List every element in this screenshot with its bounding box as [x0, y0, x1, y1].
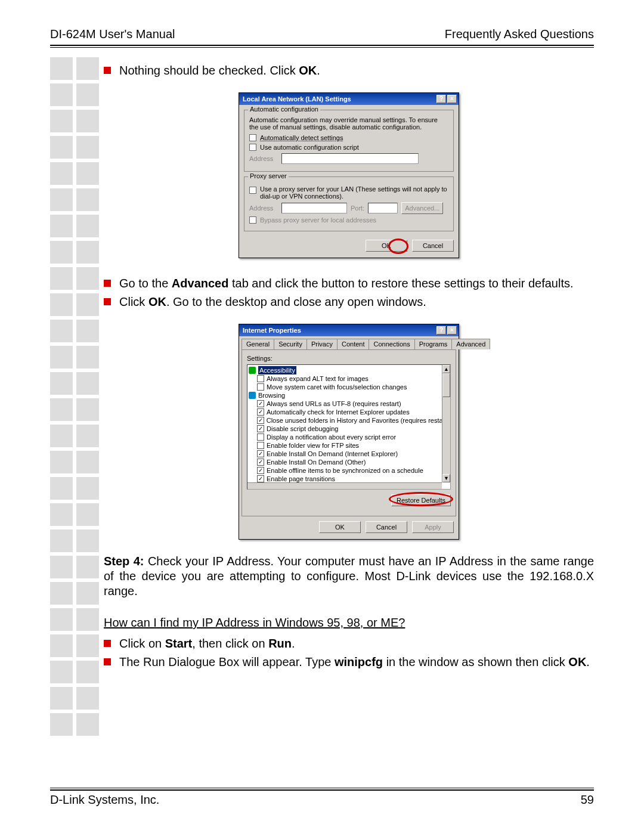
tab-content[interactable]: Content: [337, 339, 370, 349]
scroll-thumb[interactable]: [442, 373, 450, 397]
cb-utf8[interactable]: [257, 400, 264, 407]
cb-alt[interactable]: [257, 375, 264, 382]
bullet-icon: [104, 67, 111, 74]
ip-ok-button[interactable]: OK: [319, 521, 361, 533]
auto-config-text: Automatic configuration may override man…: [249, 116, 448, 131]
ip-cancel-button[interactable]: Cancel: [366, 521, 407, 533]
tree-browsing: Browsing: [258, 391, 285, 400]
scroll-down-icon[interactable]: ▼: [442, 474, 450, 482]
page-header-block: DI-624M User's Manual Frequently Asked Q…: [50, 27, 594, 48]
advanced-tab-body: Settings: Accessibility Always expand AL…: [242, 349, 456, 516]
lan-ok-button[interactable]: OK: [366, 240, 407, 252]
lan-titlebar: Local Area Network (LAN) Settings ? ×: [239, 93, 459, 105]
ip-close-button[interactable]: ×: [447, 326, 457, 335]
auto-config-group: Automatic configuration Automatic config…: [244, 110, 454, 172]
cb-updates[interactable]: [257, 408, 264, 416]
auto-config-title: Automatic configuration: [248, 106, 320, 113]
bullet-icon: [104, 658, 111, 665]
step4-text: Step 4: Check your IP Address. Your comp…: [104, 554, 594, 599]
cb-install-other[interactable]: [257, 459, 264, 466]
decorative-squares: [50, 57, 99, 736]
internet-properties-dialog: Internet Properties ? × General Security…: [239, 324, 459, 540]
bullet-3: Click OK. Go to the desktop and close an…: [119, 295, 594, 309]
tree-closeunused: Close unused folders in History and Favo…: [267, 416, 449, 425]
tab-programs[interactable]: Programs: [414, 339, 453, 349]
proxy-port-input[interactable]: [368, 203, 398, 213]
tree-offline: Enable offline items to be synchronized …: [267, 466, 423, 475]
tree-folder-ftp: Enable folder view for FTP sites: [267, 441, 359, 450]
cb-disable-script[interactable]: [257, 425, 264, 432]
tree-alt: Always expand ALT text for images: [267, 374, 369, 383]
tab-advanced[interactable]: Advanced: [451, 339, 490, 349]
use-proxy-checkbox[interactable]: [249, 187, 256, 194]
tree-install-ie: Enable Install On Demand (Internet Explo…: [267, 450, 398, 458]
bypass-checkbox[interactable]: [249, 216, 256, 224]
auto-detect-checkbox[interactable]: [249, 134, 256, 141]
proxy-group: Proxy server Use a proxy server for your…: [244, 176, 454, 231]
proxy-title: Proxy server: [248, 172, 289, 179]
browsing-icon: [249, 392, 256, 399]
bullet-1: Nothing should be checked. Click OK.: [119, 63, 594, 78]
ip-tabs: General Security Privacy Content Connect…: [239, 336, 459, 349]
lan-title: Local Area Network (LAN) Settings: [243, 95, 351, 103]
settings-hscroll[interactable]: [247, 482, 442, 489]
bullet-winipcfg: The Run Dialogue Box will appear. Type w…: [119, 655, 594, 670]
cb-offline[interactable]: [257, 467, 264, 474]
subhead-ip-address: How can I find my IP Address in Windows …: [104, 615, 594, 630]
cb-page-trans[interactable]: [257, 475, 264, 482]
scroll-up-icon[interactable]: ▲: [442, 365, 450, 373]
tree-page-trans: Enable page transitions: [267, 475, 335, 483]
tree-utf8: Always send URLs as UTF-8 (requires rest…: [267, 400, 401, 408]
settings-label: Settings:: [247, 355, 451, 362]
tree-caret: Move system caret with focus/selection c…: [267, 383, 407, 391]
cb-folder-ftp[interactable]: [257, 442, 264, 449]
use-proxy-label: Use a proxy server for your LAN (These s…: [260, 185, 448, 200]
auto-script-label: Use automatic configuration script: [260, 144, 359, 151]
tab-general[interactable]: General: [242, 339, 274, 349]
auto-script-checkbox[interactable]: [249, 144, 256, 151]
bypass-label: Bypass proxy server for local addresses: [260, 216, 376, 224]
close-button[interactable]: ×: [447, 95, 457, 103]
auto-detect-label: Automatically detect settings: [260, 134, 343, 141]
tree-disable-script: Disable script debugging: [267, 425, 338, 433]
ip-help-button[interactable]: ?: [436, 326, 446, 335]
proxy-address-input[interactable]: [281, 203, 347, 213]
tab-privacy[interactable]: Privacy: [306, 339, 338, 349]
footer-left: D-Link Systems, Inc.: [50, 793, 159, 807]
page-footer-block: D-Link Systems, Inc. 59: [50, 786, 594, 807]
ip-titlebar: Internet Properties ? ×: [239, 324, 459, 336]
tab-security[interactable]: Security: [274, 339, 307, 349]
address-label-1: Address: [249, 155, 278, 162]
restore-defaults-button[interactable]: Restore Defaults: [391, 494, 451, 506]
port-label: Port:: [351, 205, 364, 212]
bullet-icon: [104, 298, 111, 305]
tree-install-other: Enable Install On Demand (Other): [267, 458, 366, 466]
advanced-button[interactable]: Advanced...: [401, 202, 443, 214]
cb-closeunused[interactable]: [257, 417, 264, 424]
tab-connections[interactable]: Connections: [369, 339, 414, 349]
accessibility-icon: [249, 367, 256, 374]
settings-list[interactable]: Accessibility Always expand ALT text for…: [247, 364, 451, 490]
lan-settings-dialog: Local Area Network (LAN) Settings ? × Au…: [239, 92, 459, 258]
settings-vscroll[interactable]: ▲ ▼: [442, 365, 450, 482]
header-right: Frequently Asked Questions: [445, 27, 594, 41]
cb-install-ie[interactable]: [257, 450, 264, 457]
bullet-icon: [104, 280, 111, 287]
footer-page-number: 59: [581, 793, 594, 807]
bullet-start-run: Click on Start, then click on Run.: [119, 636, 594, 651]
cb-notify-err[interactable]: [257, 433, 264, 441]
main-content: Nothing should be checked. Click OK. Loc…: [104, 57, 594, 673]
address-label-2: Address: [249, 205, 278, 212]
bullet-icon: [104, 640, 111, 647]
lan-cancel-button[interactable]: Cancel: [412, 240, 454, 252]
address-input-1[interactable]: [281, 153, 419, 164]
cb-caret[interactable]: [257, 383, 264, 391]
header-left: DI-624M User's Manual: [50, 27, 175, 41]
tree-notify-err: Display a notification about every scrip…: [267, 433, 396, 441]
bullet-2: Go to the Advanced tab and click the but…: [119, 276, 594, 291]
tree-accessibility[interactable]: Accessibility: [258, 366, 296, 374]
tree-updates: Automatically check for Internet Explore…: [267, 408, 410, 416]
help-button[interactable]: ?: [436, 95, 446, 103]
ip-apply-button[interactable]: Apply: [412, 521, 454, 533]
ip-title: Internet Properties: [243, 327, 301, 334]
